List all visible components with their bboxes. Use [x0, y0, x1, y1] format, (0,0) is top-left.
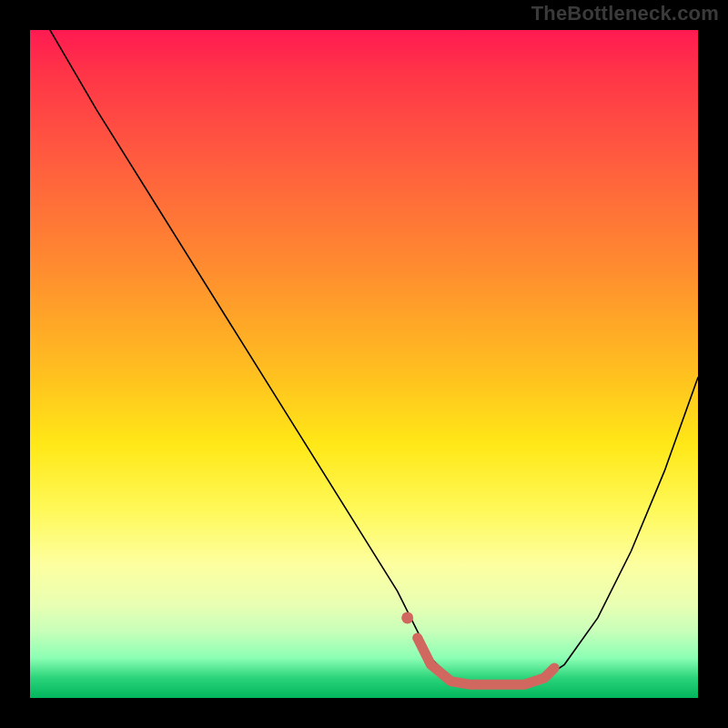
- chart-svg: [30, 30, 698, 698]
- highlight-dot: [401, 612, 413, 623]
- watermark-text: TheBottleneck.com: [531, 2, 719, 25]
- bottleneck-curve-path: [50, 30, 698, 684]
- highlight-segment-path: [418, 638, 555, 684]
- plot-area: [30, 30, 698, 698]
- chart-container: TheBottleneck.com: [0, 0, 728, 728]
